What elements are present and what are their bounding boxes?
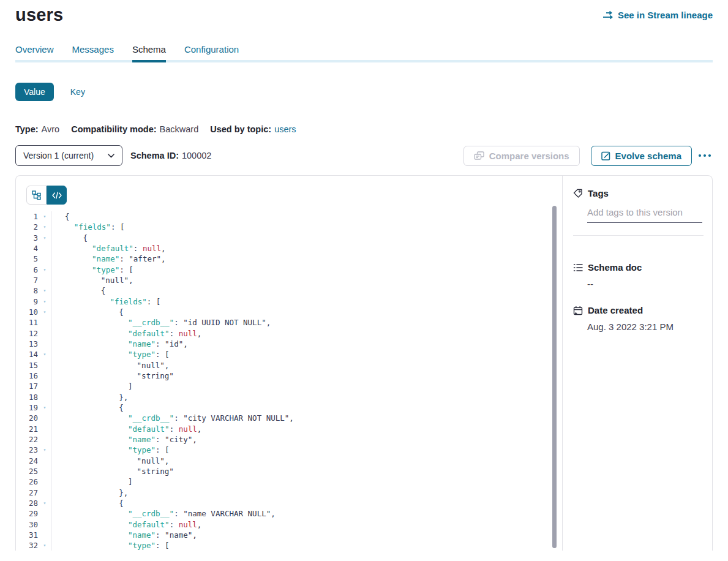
fold-spacer (38, 328, 51, 339)
code-line: 27}, (16, 488, 562, 498)
fold-toggle-icon[interactable]: ▾ (38, 498, 51, 508)
code-text: }, (51, 488, 562, 498)
topic-link[interactable]: users (274, 124, 296, 134)
evolve-schema-label: Evolve schema (615, 151, 681, 161)
code-line: 18}, (16, 392, 562, 402)
code-text: "type": [ (51, 349, 562, 360)
copy-stack-icon (474, 151, 484, 160)
line-number: 25 (16, 466, 38, 476)
tag-icon (573, 189, 583, 198)
code-text: "type": [ (51, 540, 562, 551)
tags-heading-label: Tags (588, 188, 609, 198)
schema-card: 1▾{2▾"fields": [3▾{4"default": null,5"na… (15, 175, 713, 551)
line-number: 2 (16, 222, 38, 232)
compare-versions-label: Compare versions (489, 151, 569, 161)
code-scrollbar[interactable] (552, 206, 557, 548)
fold-toggle-icon[interactable]: ▾ (38, 222, 51, 232)
code-text: "fields": [ (51, 296, 562, 307)
line-number: 22 (16, 434, 38, 445)
line-number: 10 (16, 307, 38, 317)
code-text: "string" (51, 371, 562, 381)
fold-spacer (38, 476, 51, 487)
schema-id: Schema ID:100002 (130, 151, 211, 160)
code-text: "name": "after", (51, 254, 562, 264)
code-text: { (51, 307, 562, 317)
code-line: 6▾"type": [ (16, 265, 562, 275)
date-created-value: Aug. 3 2022 3:21 PM (587, 322, 704, 332)
line-number: 32 (16, 540, 38, 551)
code-line: 7"null", (16, 275, 562, 285)
code-text: "type": [ (51, 445, 562, 455)
value-toggle-button[interactable]: Value (15, 83, 54, 101)
fold-spacer (38, 339, 51, 349)
tab-underline-track (15, 60, 713, 62)
code-line: 9▾"fields": [ (16, 296, 562, 307)
fold-spacer (38, 254, 51, 264)
line-number: 8 (16, 285, 38, 296)
sidebar-divider (573, 235, 704, 236)
code-editor: 1▾{2▾"fields": [3▾{4"default": null,5"na… (16, 211, 562, 551)
more-actions-button[interactable] (697, 151, 713, 160)
code-line: 31"name": "name", (16, 530, 562, 540)
fold-toggle-icon[interactable]: ▾ (38, 296, 51, 307)
ellipsis-icon (698, 154, 711, 157)
code-line: 2▾"fields": [ (16, 222, 562, 232)
line-number: 26 (16, 476, 38, 487)
fold-toggle-icon[interactable]: ▾ (38, 233, 51, 243)
code-line: 17] (16, 381, 562, 391)
tags-heading: Tags (573, 188, 704, 198)
fold-toggle-icon[interactable]: ▾ (38, 402, 51, 413)
fold-toggle-icon[interactable]: ▾ (38, 265, 51, 275)
code-line: 8▾{ (16, 285, 562, 296)
code-line: 16"string" (16, 371, 562, 381)
line-number: 14 (16, 349, 38, 360)
used-by-topic-label: Used by topic: (210, 124, 271, 134)
add-tags-input[interactable] (587, 207, 702, 223)
line-number: 18 (16, 392, 38, 402)
code-line: 22"name": "city", (16, 434, 562, 445)
date-created-heading-label: Date created (588, 305, 643, 315)
evolve-schema-button[interactable]: Evolve schema (591, 146, 692, 166)
code-text: "name": "id", (51, 339, 562, 349)
chevron-down-icon (108, 154, 114, 158)
code-view-button[interactable] (47, 186, 67, 205)
line-number: 31 (16, 530, 38, 540)
type-value: Avro (42, 124, 60, 134)
fold-toggle-icon[interactable]: ▾ (38, 445, 51, 455)
line-number: 30 (16, 519, 38, 530)
fold-spacer (38, 508, 51, 519)
fold-toggle-icon[interactable]: ▾ (38, 307, 51, 317)
compare-versions-button[interactable]: Compare versions (463, 146, 580, 166)
code-text: "default": null, (51, 328, 562, 339)
code-line: 10▾{ (16, 307, 562, 317)
line-number: 6 (16, 265, 38, 275)
fold-toggle-icon[interactable]: ▾ (38, 285, 51, 296)
key-toggle-button[interactable]: Key (70, 87, 85, 97)
code-line: 3▾{ (16, 233, 562, 243)
tree-view-button[interactable] (26, 186, 47, 205)
version-toolbar: Version 1 (current) Schema ID:100002 Com… (15, 145, 713, 166)
stream-lineage-link[interactable]: See in Stream lineage (602, 10, 713, 20)
page-title: users (15, 5, 63, 25)
date-created-heading: Date created (573, 305, 704, 315)
tab-schema[interactable]: Schema (132, 44, 166, 62)
line-number: 15 (16, 360, 38, 371)
code-line: 24"null", (16, 456, 562, 466)
schema-code-pane: 1▾{2▾"fields": [3▾{4"default": null,5"na… (16, 176, 563, 551)
fold-toggle-icon[interactable]: ▾ (38, 540, 51, 551)
fold-spacer (38, 424, 51, 434)
schema-id-label: Schema ID: (130, 151, 179, 160)
code-text: "null", (51, 456, 562, 466)
schema-doc-heading: Schema doc (573, 262, 704, 273)
fold-toggle-icon[interactable]: ▾ (38, 349, 51, 360)
fold-spacer (38, 434, 51, 445)
version-select[interactable]: Version 1 (current) (15, 145, 122, 166)
stream-lineage-label: See in Stream lineage (618, 10, 713, 20)
line-number: 3 (16, 233, 38, 243)
fold-toggle-icon[interactable]: ▾ (38, 211, 51, 222)
line-number: 27 (16, 488, 38, 498)
type-label: Type: (15, 124, 39, 134)
code-text: "default": null, (51, 519, 562, 530)
line-number: 11 (16, 317, 38, 328)
code-line: 19▾{ (16, 402, 562, 413)
